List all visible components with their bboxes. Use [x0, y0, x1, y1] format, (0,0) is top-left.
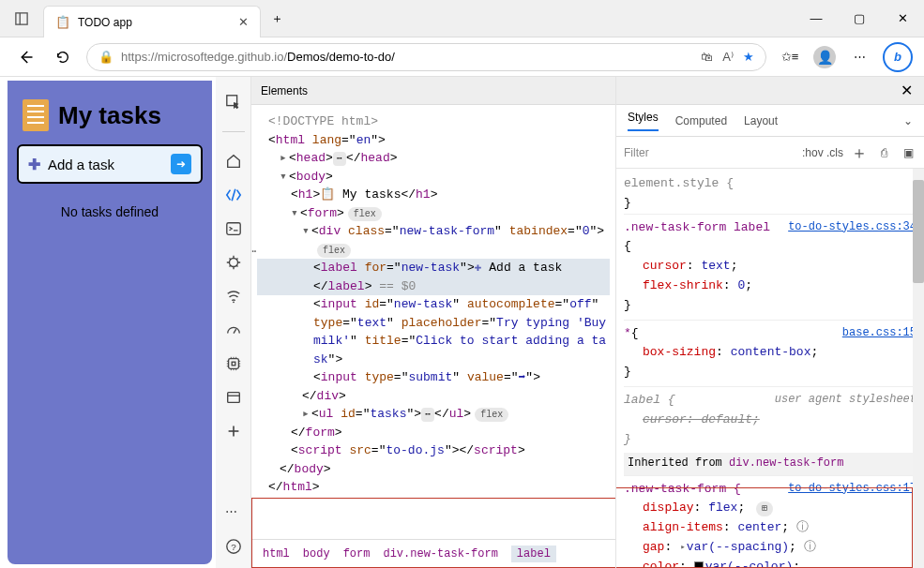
inherited-from: Inherited from div.new-task-form: [624, 453, 916, 474]
new-tab-button[interactable]: ＋: [261, 0, 293, 37]
memory-icon[interactable]: [225, 355, 242, 372]
source-link[interactable]: to-do-styles.css:17: [788, 480, 916, 500]
arrow-left-icon: [17, 49, 34, 66]
svg-point-6: [233, 301, 235, 303]
svg-rect-4: [226, 223, 239, 235]
welcome-icon[interactable]: [225, 153, 242, 170]
tab-actions-button[interactable]: [0, 0, 43, 37]
svg-line-7: [234, 329, 236, 334]
refresh-button[interactable]: [49, 43, 77, 71]
close-window-button[interactable]: ✕: [881, 0, 924, 37]
css-rule: .new-task-form {to-do-styles.css:17 disp…: [624, 475, 916, 568]
element-style-rule: element.style { }: [624, 174, 916, 214]
favorites-button[interactable]: ✩≡: [776, 43, 804, 71]
devtools-activity-bar: ⋯ ?: [216, 77, 251, 568]
css-rule-ua: label {user agent stylesheet cursor: def…: [624, 386, 916, 453]
svg-text:?: ?: [231, 542, 236, 552]
address-bar[interactable]: 🔒 https://microsoftedge.github.io/Demos/…: [86, 43, 766, 71]
profile-button[interactable]: 👤: [813, 46, 836, 68]
elements-panel: Elements ⋯ <!DOCTYPE html> <html lang="e…: [251, 77, 616, 568]
more-tools-icon[interactable]: ⋯: [225, 504, 242, 521]
window-controls: ― ▢ ✕: [795, 0, 924, 37]
app-heading: My tasks: [17, 90, 203, 144]
tab-computed[interactable]: Computed: [675, 114, 727, 127]
add-tool-icon[interactable]: [225, 423, 242, 440]
addressbar-actions: 🛍 A⁾ ★: [701, 50, 754, 64]
tab-title: TODO app: [78, 16, 231, 29]
crumb[interactable]: div.new-task-form: [383, 547, 497, 561]
elements-header: Elements: [251, 77, 615, 105]
sources-icon[interactable]: [225, 254, 242, 271]
selected-marker: ⋯: [251, 244, 257, 261]
submit-task-button[interactable]: ➜: [171, 154, 191, 174]
close-devtools-button[interactable]: ✕: [889, 82, 924, 99]
window-titlebar: 📋 TODO app ✕ ＋ ― ▢ ✕: [0, 0, 924, 37]
styles-list[interactable]: element.style { } .new-task-form labelto…: [616, 169, 924, 568]
favorite-icon[interactable]: ★: [743, 50, 754, 64]
css-rule: * {base.css:15 box-sizing: content-box; …: [624, 320, 916, 386]
tab-layout[interactable]: Layout: [744, 114, 778, 127]
tab-actions-icon: [15, 12, 28, 25]
url-text: https://microsoftedge.github.io/Demos/de…: [121, 50, 395, 64]
shopping-icon[interactable]: 🛍: [701, 50, 713, 64]
filter-input[interactable]: Filter: [624, 146, 795, 159]
browser-toolbar: 🔒 https://microsoftedge.github.io/Demos/…: [0, 37, 924, 77]
crumb-selected[interactable]: label: [511, 546, 556, 562]
plus-icon: ✚: [28, 156, 40, 173]
css-rule: .new-task-form labelto-do-styles.css:34 …: [624, 214, 916, 320]
svg-rect-10: [227, 393, 239, 403]
elements-title: Elements: [261, 84, 308, 97]
refresh-icon: [55, 50, 70, 65]
crumb[interactable]: form: [343, 547, 371, 561]
dom-tree[interactable]: ⋯ <!DOCTYPE html> <html lang="en"> ▸<hea…: [251, 105, 615, 539]
svg-rect-9: [232, 362, 235, 366]
add-task-label: Add a task: [48, 157, 114, 172]
styles-tabs: Styles Computed Layout ⌄: [616, 105, 924, 137]
clipboard-icon: [23, 99, 49, 131]
hov-toggle[interactable]: :hov: [802, 146, 819, 159]
performance-icon[interactable]: [225, 321, 242, 338]
bing-sidebar-button[interactable]: b: [883, 42, 913, 72]
more-button[interactable]: ⋯: [845, 43, 873, 71]
source-link[interactable]: to-do-styles.css:34: [788, 218, 916, 238]
read-aloud-icon[interactable]: A⁾: [722, 50, 734, 64]
back-button[interactable]: [11, 43, 39, 71]
main-area: My tasks ✚ Add a task ➜ No tasks defined…: [0, 77, 924, 568]
add-task-form[interactable]: ✚ Add a task ➜: [17, 144, 203, 184]
styles-panel: ✕ Styles Computed Layout ⌄ Filter :hov .…: [616, 77, 924, 568]
no-tasks-message: No tasks defined: [17, 204, 203, 219]
svg-rect-0: [16, 12, 27, 23]
styles-filter-bar: Filter :hov .cls ＋ ⎙ ▣: [616, 137, 924, 169]
page-icon: 📋: [55, 15, 70, 29]
cls-toggle[interactable]: .cls: [826, 146, 843, 159]
inspect-icon[interactable]: [225, 94, 242, 111]
new-style-rule-icon[interactable]: ＋: [851, 142, 868, 164]
tab-styles[interactable]: Styles: [628, 111, 659, 131]
computed-sidebar-icon[interactable]: ⎙: [875, 146, 892, 159]
todo-app: My tasks ✚ Add a task ➜ No tasks defined: [8, 81, 212, 564]
source-link[interactable]: base.css:15: [842, 324, 916, 344]
rendering-icon[interactable]: ▣: [900, 146, 916, 159]
elements-icon[interactable]: [225, 187, 242, 203]
network-icon[interactable]: [225, 288, 242, 305]
minimize-button[interactable]: ―: [795, 0, 838, 37]
crumb[interactable]: html: [263, 547, 290, 561]
app-heading-text: My tasks: [58, 101, 161, 130]
crumb[interactable]: body: [303, 547, 330, 561]
chevron-down-icon[interactable]: ⌄: [903, 114, 913, 127]
svg-rect-8: [228, 359, 238, 369]
scrollbar-thumb[interactable]: [913, 180, 924, 283]
browser-tab[interactable]: 📋 TODO app ✕: [43, 6, 261, 37]
maximize-button[interactable]: ▢: [838, 0, 881, 37]
help-icon[interactable]: ?: [225, 538, 242, 555]
console-icon[interactable]: [225, 220, 242, 237]
close-tab-icon[interactable]: ✕: [238, 15, 249, 29]
application-icon[interactable]: [225, 389, 242, 406]
dom-breadcrumb[interactable]: html body form div.new-task-form label: [251, 539, 615, 568]
lock-icon: 🔒: [98, 50, 114, 64]
styles-header: ✕: [616, 77, 924, 105]
scrollbar[interactable]: [913, 169, 924, 568]
